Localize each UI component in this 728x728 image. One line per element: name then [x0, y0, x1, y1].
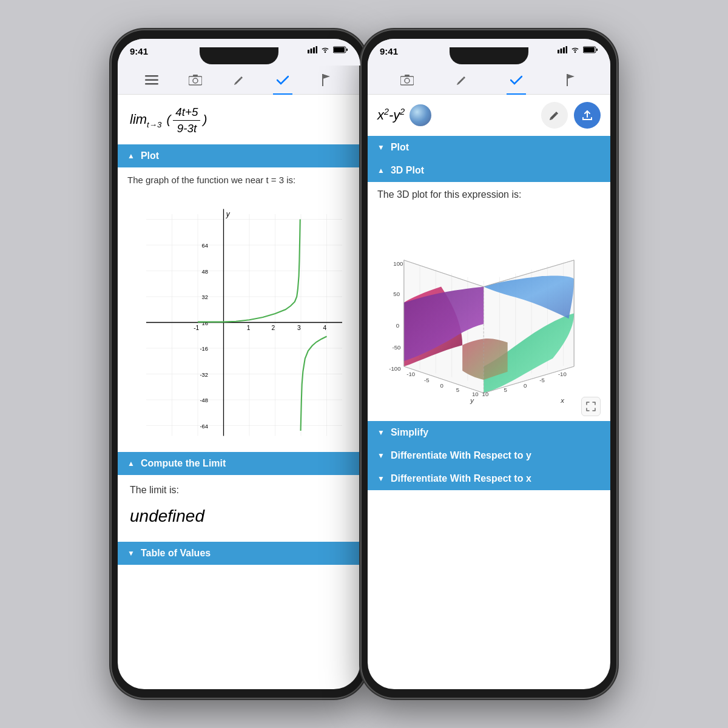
svg-text:0: 0	[524, 382, 527, 389]
pencil-icon-2[interactable]	[452, 70, 471, 90]
pencil-edit-icon	[550, 110, 559, 120]
svg-text:y: y	[470, 397, 474, 404]
svg-text:16: 16	[202, 320, 208, 326]
phone1-screen: 9:41	[118, 39, 360, 689]
upload-icon	[582, 110, 593, 121]
phone2-content: x2-y2	[368, 95, 610, 689]
math-header-2: x2-y2	[368, 95, 610, 136]
svg-text:50: 50	[393, 291, 400, 297]
fullscreen-button[interactable]	[581, 397, 601, 416]
plot-section-header-1[interactable]: ▲ Plot	[118, 144, 360, 167]
svg-rect-46	[558, 50, 559, 53]
camera-svg	[189, 75, 202, 86]
svg-rect-3	[316, 46, 318, 53]
svg-rect-49	[566, 46, 568, 53]
svg-text:-5: -5	[424, 377, 430, 383]
status-icons-2	[558, 46, 598, 53]
pencil-icon-1[interactable]	[229, 70, 249, 90]
svg-point-55	[405, 78, 410, 83]
camera-icon-1[interactable]	[186, 70, 205, 90]
simplify-title: Simplify	[391, 427, 428, 438]
svg-text:-10: -10	[406, 371, 415, 377]
edit-button-2[interactable]	[541, 102, 568, 129]
time-2: 9:41	[380, 46, 398, 56]
simplify-header[interactable]: ▼ Simplify	[368, 421, 610, 444]
expr-container-2: x2-y2	[377, 104, 431, 126]
svg-text:64: 64	[202, 243, 208, 249]
plot-chevron-1: ▲	[127, 152, 135, 160]
camera-icon-2[interactable]	[397, 70, 417, 90]
math-header-1: limt→3 ( 4t+5 9-3t )	[118, 95, 360, 144]
svg-rect-10	[145, 83, 158, 85]
plot3d-container: 100 50 0 -50 -100 -10 -5 0 5 10 -10 -5	[377, 207, 601, 414]
compute-limit-chevron: ▲	[127, 459, 135, 468]
limit-content: The limit is: undefined	[118, 475, 360, 542]
limit-value: undefined	[130, 500, 348, 532]
plot3d-text: The 3D plot for this expression is:	[377, 189, 601, 200]
svg-text:2: 2	[272, 325, 275, 331]
toolbar-2	[368, 66, 610, 95]
plot-chevron-2: ▼	[377, 143, 385, 152]
plot3d-content: The 3D plot for this expression is:	[368, 182, 610, 421]
notch	[200, 47, 278, 64]
checkmark-icon-1[interactable]	[273, 70, 292, 90]
hamburger-icon[interactable]	[142, 70, 161, 90]
svg-rect-9	[145, 79, 158, 81]
svg-text:-48: -48	[200, 397, 208, 403]
phone2-screen: 9:41	[368, 39, 610, 689]
plot3d-header[interactable]: ▲ 3D Plot	[368, 159, 610, 182]
math-expr-1: limt→3 ( 4t+5 9-3t )	[130, 104, 207, 137]
svg-text:48: 48	[202, 268, 208, 274]
pencil-svg-2	[456, 75, 467, 86]
svg-text:-10: -10	[558, 371, 567, 377]
compute-limit-header[interactable]: ▲ Compute the Limit	[118, 452, 360, 475]
phone1: 9:41	[112, 30, 366, 698]
svg-rect-52	[584, 47, 595, 52]
table-values-header[interactable]: ▼ Table of Values	[118, 542, 360, 565]
svg-text:32: 32	[202, 294, 208, 300]
graph-container: y -1 1 2 3 4 64 48 32 16 -16 -32	[123, 190, 356, 445]
diff-x-header[interactable]: ▼ Differentiate With Respect to x	[368, 467, 610, 490]
check-svg	[277, 75, 289, 85]
svg-text:10: 10	[482, 391, 489, 397]
time-1: 9:41	[130, 46, 148, 56]
svg-rect-54	[400, 76, 414, 85]
svg-text:5: 5	[504, 386, 507, 393]
phone1-content: limt→3 ( 4t+5 9-3t ) ▲ Plot The graph of…	[118, 95, 360, 689]
graph-svg: y -1 1 2 3 4 64 48 32 16 -16 -32	[136, 196, 342, 439]
plot3d-chevron: ▲	[377, 166, 385, 175]
svg-point-4	[325, 52, 326, 53]
svg-text:-16: -16	[200, 346, 208, 352]
svg-rect-56	[405, 75, 410, 76]
svg-rect-2	[313, 47, 315, 53]
pencil-svg	[234, 75, 244, 86]
flag-icon-1[interactable]	[317, 70, 336, 90]
toolbar-1	[118, 66, 360, 95]
svg-rect-6	[334, 47, 345, 52]
header-buttons-2	[541, 102, 601, 129]
svg-text:-1: -1	[194, 325, 199, 331]
status-icons-1	[308, 46, 348, 53]
svg-text:0: 0	[440, 382, 443, 389]
flag-icon-2[interactable]	[561, 70, 581, 90]
flag-svg	[322, 74, 331, 86]
fullscreen-icon	[586, 402, 596, 411]
diff-y-header[interactable]: ▼ Differentiate With Respect to y	[368, 444, 610, 467]
plot-section-2[interactable]: ▼ Plot	[368, 136, 610, 159]
notch2	[450, 47, 528, 64]
diff-x-chevron: ▼	[377, 474, 385, 483]
plot3d-svg: 100 50 0 -50 -100 -10 -5 0 5 10 -10 -5	[377, 214, 601, 408]
svg-text:-5: -5	[539, 377, 545, 383]
phone2: 9:41	[362, 30, 616, 698]
svg-rect-8	[145, 75, 158, 77]
svg-rect-48	[563, 47, 565, 53]
svg-text:x: x	[560, 397, 565, 404]
menu-icon	[145, 75, 158, 85]
svg-rect-53	[596, 49, 598, 51]
checkmark-icon-2[interactable]	[507, 70, 526, 90]
svg-text:y: y	[226, 210, 231, 218]
upload-button[interactable]	[574, 102, 601, 129]
svg-rect-11	[189, 76, 202, 85]
svg-text:0: 0	[396, 322, 399, 329]
check-svg-2	[510, 75, 522, 85]
